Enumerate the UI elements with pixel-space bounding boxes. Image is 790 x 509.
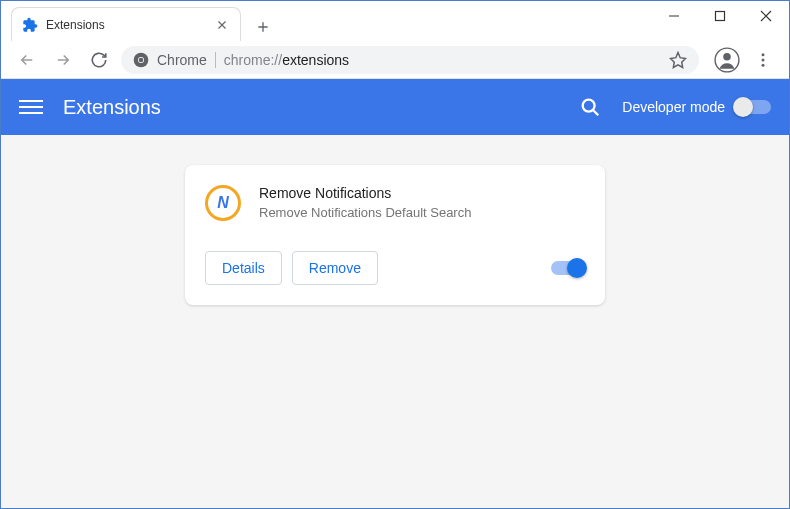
extension-enable-toggle[interactable] (551, 261, 585, 275)
window-controls (651, 1, 789, 31)
developer-mode-toggle[interactable] (735, 100, 771, 114)
reload-button[interactable] (85, 46, 113, 74)
svg-point-5 (723, 52, 731, 60)
extension-info: Remove Notifications Remove Notification… (259, 185, 585, 221)
close-icon[interactable] (214, 17, 230, 33)
extension-card: N Remove Notifications Remove Notificati… (185, 165, 605, 305)
content-area: Extensions Developer mode N Remove Notif… (1, 79, 789, 508)
chrome-icon (133, 52, 149, 68)
maximize-button[interactable] (697, 1, 743, 31)
extensions-body: N Remove Notifications Remove Notificati… (1, 135, 789, 508)
search-icon[interactable] (578, 95, 602, 119)
svg-point-3 (139, 57, 144, 62)
extensions-header: Extensions Developer mode (1, 79, 789, 135)
svg-point-6 (762, 53, 765, 56)
bookmark-star-icon[interactable] (669, 51, 687, 69)
developer-mode-label: Developer mode (622, 99, 725, 115)
svg-point-9 (583, 100, 595, 112)
omnibox-url: chrome://extensions (224, 52, 661, 68)
extension-icon: N (205, 185, 241, 221)
details-button[interactable]: Details (205, 251, 282, 285)
minimize-button[interactable] (651, 1, 697, 31)
tab-title: Extensions (46, 18, 214, 32)
omnibox[interactable]: Chrome chrome://extensions (121, 46, 699, 74)
profile-button[interactable] (713, 46, 741, 74)
title-bar: Extensions (1, 1, 789, 41)
extension-description: Remove Notifications Default Search (259, 205, 585, 220)
svg-point-7 (762, 58, 765, 61)
svg-point-8 (762, 63, 765, 66)
back-button[interactable] (13, 46, 41, 74)
browser-window: Extensions (0, 0, 790, 509)
hamburger-menu-icon[interactable] (19, 95, 43, 119)
forward-button[interactable] (49, 46, 77, 74)
close-window-button[interactable] (743, 1, 789, 31)
puzzle-icon (22, 17, 38, 33)
new-tab-button[interactable] (249, 13, 277, 41)
extension-name: Remove Notifications (259, 185, 585, 201)
card-header: N Remove Notifications Remove Notificati… (205, 185, 585, 221)
svg-rect-0 (716, 12, 725, 21)
tab-extensions[interactable]: Extensions (11, 7, 241, 41)
card-actions: Details Remove (205, 251, 585, 285)
kebab-menu-icon[interactable] (749, 46, 777, 74)
omnibox-label: Chrome (157, 52, 216, 68)
page-title: Extensions (63, 96, 578, 119)
toolbar: Chrome chrome://extensions (1, 41, 789, 79)
remove-button[interactable]: Remove (292, 251, 378, 285)
